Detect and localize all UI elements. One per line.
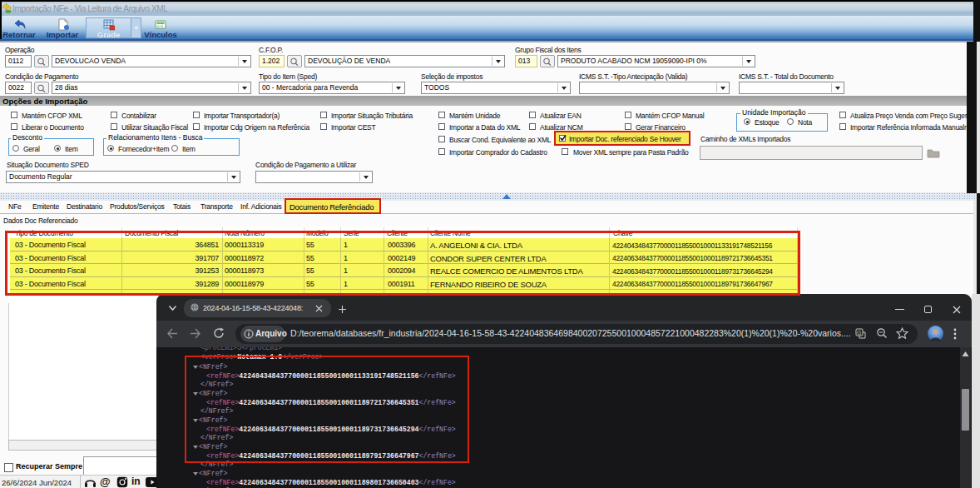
svg-text:G: G (857, 330, 861, 336)
